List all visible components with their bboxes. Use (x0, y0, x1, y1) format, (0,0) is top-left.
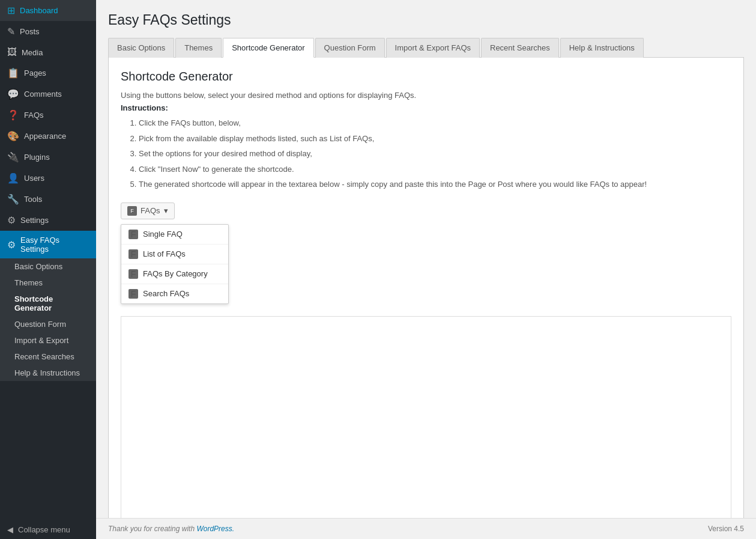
media-icon: 🖼 (7, 47, 17, 58)
sidebar-item-dashboard[interactable]: ⊞ Dashboard (0, 0, 96, 21)
tools-icon: 🔧 (7, 193, 19, 205)
sidebar-item-tools[interactable]: 🔧 Tools (0, 189, 96, 210)
dropdown-item-list-of-faqs[interactable]: F List of FAQs (121, 245, 228, 264)
footer-version: Version 4.5 (708, 525, 744, 533)
faqs-dropdown-button[interactable]: F FAQs ▾ (121, 203, 175, 219)
instructions-label: Instructions: (121, 103, 731, 112)
footer-static-text: Thank you for creating with (108, 525, 195, 533)
tabs-bar: Basic Options Themes Shortcode Generator… (108, 38, 744, 58)
content-area: Easy FAQs Settings Basic Options Themes … (96, 0, 756, 518)
sidebar-item-label: Users (24, 174, 44, 183)
tab-import-export-faqs[interactable]: Import & Export FAQs (386, 38, 480, 58)
collapse-icon: ◀ (7, 525, 13, 534)
sidebar-item-label: FAQs (24, 111, 44, 120)
dropdown-item-label: Single FAQ (143, 230, 183, 239)
tab-content-shortcode-generator: Shortcode Generator Using the buttons be… (108, 58, 744, 518)
sidebar-item-easy-faqs-settings[interactable]: ⚙ Easy FAQs Settings (0, 231, 96, 258)
sidebar-item-users[interactable]: 👤 Users (0, 168, 96, 189)
sidebar-sub-basic-options[interactable]: Basic Options (0, 258, 96, 275)
faqs-btn-icon: F (127, 206, 137, 216)
sidebar-sub-question-form[interactable]: Question Form (0, 316, 96, 332)
sidebar-item-pages[interactable]: 📋 Pages (0, 62, 96, 84)
sidebar-item-label: Appearance (24, 132, 66, 141)
sidebar-item-appearance[interactable]: 🎨 Appearance (0, 126, 96, 147)
sidebar-item-plugins[interactable]: 🔌 Plugins (0, 147, 96, 168)
sidebar-item-media[interactable]: 🖼 Media (0, 42, 96, 62)
pages-icon: 📋 (7, 67, 19, 79)
settings-icon: ⚙ (7, 215, 16, 226)
comments-icon: 💬 (7, 88, 19, 100)
faqs-icon: ❓ (7, 109, 19, 121)
sidebar: ⊞ Dashboard ✎ Posts 🖼 Media 📋 Pages 💬 Co… (0, 0, 96, 539)
tab-recent-searches[interactable]: Recent Searches (481, 38, 559, 58)
footer-text: Thank you for creating with WordPress. (108, 525, 234, 533)
sidebar-item-label: Media (22, 48, 43, 57)
users-icon: 👤 (7, 172, 19, 184)
dropdown-item-label: FAQs By Category (143, 269, 208, 278)
sidebar-item-label: Settings (20, 216, 49, 225)
plugins-icon: 🔌 (7, 151, 19, 163)
main-content: Easy FAQs Settings Basic Options Themes … (96, 0, 756, 539)
sidebar-sub-recent-searches[interactable]: Recent Searches (0, 349, 96, 365)
collapse-menu-button[interactable]: ◀ Collapse menu (0, 520, 96, 539)
instruction-item-4: Click "Insert Now" to generate the short… (139, 163, 731, 175)
dropdown-item-label: Search FAQs (143, 289, 189, 298)
description-text: Using the buttons below, select your des… (121, 91, 731, 100)
sidebar-item-faqs[interactable]: ❓ FAQs (0, 105, 96, 126)
instruction-item-5: The generated shortcode will appear in t… (139, 178, 731, 190)
faqs-category-icon: F (129, 269, 138, 279)
chevron-down-icon: ▾ (164, 206, 168, 215)
footer-wordpress-link[interactable]: WordPress. (196, 525, 234, 533)
instruction-item-1: Click the FAQs button, below, (139, 117, 731, 129)
dropdown-item-search-faqs[interactable]: F Search FAQs (121, 284, 228, 303)
tab-question-form[interactable]: Question Form (315, 38, 385, 58)
dropdown-item-faqs-by-category[interactable]: F FAQs By Category (121, 264, 228, 284)
faqs-dropdown-menu: F Single FAQ F List of FAQs F FAQs By Ca… (121, 224, 229, 304)
sidebar-submenu: Basic Options Themes Shortcode Generator… (0, 258, 96, 381)
sidebar-sub-help-instructions[interactable]: Help & Instructions (0, 365, 96, 381)
sidebar-item-label: Dashboard (20, 6, 58, 15)
tab-basic-options[interactable]: Basic Options (108, 38, 174, 58)
tab-help-instructions[interactable]: Help & Instructions (560, 38, 644, 58)
sidebar-item-label: Pages (24, 69, 46, 78)
appearance-icon: 🎨 (7, 130, 19, 142)
faqs-btn-label: FAQs (141, 206, 160, 215)
dropdown-item-single-faq[interactable]: F Single FAQ (121, 225, 228, 245)
shortcode-output-area: p (121, 316, 731, 519)
list-faqs-icon: F (129, 249, 138, 259)
sidebar-item-settings[interactable]: ⚙ Settings (0, 210, 96, 231)
section-title: Shortcode Generator (121, 70, 731, 84)
sidebar-plugin-label: Easy FAQs Settings (20, 236, 89, 254)
instructions-list: Click the FAQs button, below, Pick from … (121, 117, 731, 190)
single-faq-icon: F (129, 230, 138, 239)
sidebar-sub-themes[interactable]: Themes (0, 275, 96, 291)
sidebar-item-label: Posts (20, 27, 40, 36)
footer: Thank you for creating with WordPress. V… (96, 518, 756, 539)
sidebar-item-comments[interactable]: 💬 Comments (0, 84, 96, 105)
sidebar-sub-shortcode-generator[interactable]: Shortcode Generator (0, 291, 96, 316)
sidebar-sub-import-export[interactable]: Import & Export (0, 332, 96, 349)
tab-themes[interactable]: Themes (175, 38, 222, 58)
page-title: Easy FAQs Settings (108, 12, 744, 28)
sidebar-item-label: Tools (24, 195, 42, 204)
search-faqs-icon: F (129, 289, 138, 299)
dropdown-item-label: List of FAQs (143, 249, 186, 258)
easy-faqs-icon: ⚙ (7, 239, 16, 251)
instruction-item-2: Pick from the available display methods … (139, 133, 731, 145)
faqs-dropdown-container: F FAQs ▾ F Single FAQ F List of FAQs (121, 203, 229, 314)
sidebar-item-label: Plugins (24, 153, 50, 162)
dashboard-icon: ⊞ (7, 5, 15, 16)
instruction-item-3: Set the options for your desired method … (139, 148, 731, 160)
sidebar-item-label: Comments (24, 90, 62, 99)
posts-icon: ✎ (7, 26, 15, 37)
tab-shortcode-generator[interactable]: Shortcode Generator (223, 38, 313, 58)
collapse-label: Collapse menu (18, 525, 70, 534)
sidebar-item-posts[interactable]: ✎ Posts (0, 21, 96, 42)
